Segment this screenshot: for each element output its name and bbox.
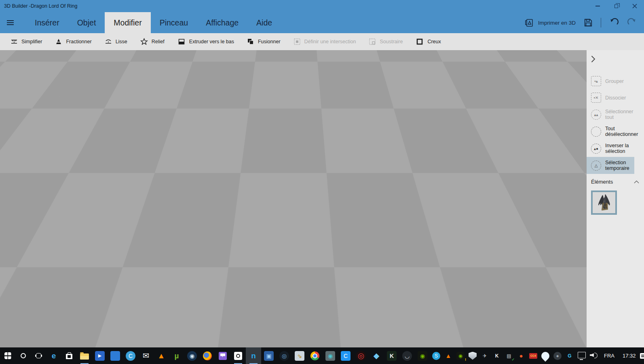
tray-nvidia-settings[interactable]: ◉! [454,347,467,364]
taskbar-spy[interactable]: ◡ [399,347,415,364]
tool-soustraire[interactable]: Soustraire [362,33,409,50]
sidebar-item-label: Tout désélectionner [605,126,642,137]
taskbar-3d-builder[interactable]: n [246,347,261,364]
tray-kservice[interactable]: K [491,347,503,364]
sidebar-item-tout-deselectionner[interactable]: Tout désélectionner [587,123,644,140]
taskbar-chrome[interactable] [307,347,323,364]
element-thumbnail-dragon[interactable] [591,190,617,215]
steam-icon: ◉ [187,351,197,361]
tab-objet[interactable]: Objet [68,12,105,33]
tool-relief[interactable]: Relief [134,33,171,50]
tool-fractionner[interactable]: Fractionner [49,33,98,50]
elements-header-label: Éléments [591,179,613,185]
nvidia-settings-icon: ◉! [456,352,465,360]
undo-button[interactable] [609,18,619,28]
tray-logitech[interactable]: G [564,347,576,364]
tray-drop[interactable] [539,347,551,364]
taskbar-photos-tile[interactable]: ▣ [261,347,277,364]
elements-section-header[interactable]: Éléments [587,174,644,189]
print-3d-button[interactable]: Imprimer en 3D [524,19,576,27]
tray-skype[interactable]: S [430,347,442,364]
rotate-mode-button[interactable] [283,298,297,313]
taskbar-mail[interactable]: ✉ [138,347,154,364]
rotate-handle[interactable] [320,215,327,226]
taskbar-3d-viewer[interactable]: ◆ [369,347,384,364]
tab-affichage[interactable]: Affichage [197,12,247,33]
tool-simplifier[interactable]: Simplifier [4,33,49,50]
tab-pinceau[interactable]: Pinceau [151,12,197,33]
scale-icon [304,301,313,311]
tool-extruder[interactable]: Extruder vers le bas [171,33,241,50]
tray-speccy[interactable]: ● [551,347,564,364]
taskbar-start[interactable] [0,347,15,364]
hamburger-menu-button[interactable] [0,12,20,33]
save-button[interactable] [584,18,593,27]
split-icon [55,38,62,45]
taskbar-steam[interactable]: ◉ [184,347,200,364]
sidebar-item-grouper[interactable]: ▪▴ Grouper [587,73,644,89]
tab-aide[interactable]: Aide [247,12,281,33]
tab-modifier[interactable]: Modifier [105,12,150,33]
redo-button[interactable] [627,18,637,28]
taskbar-movies-tv[interactable]: ▶ [92,347,108,364]
tray-ccleaner[interactable]: ● [515,347,527,364]
clock[interactable]: 17:32 [619,347,640,364]
taskbar-firefox[interactable] [200,347,215,364]
tray-defender[interactable]: ✓ [467,347,479,364]
taskbar-kicad[interactable]: K [384,347,399,364]
minimize-button[interactable] [588,0,607,12]
tool-intersection[interactable]: Définir une intersection [287,33,363,50]
tray-avast[interactable]: ▲ [442,347,454,364]
taskbar-edge[interactable]: e [46,347,61,364]
tray-airserver[interactable]: ✈ [479,347,491,364]
taskbar-file-explorer[interactable] [77,347,92,364]
camera-icon [234,352,242,360]
skype-icon: S [432,352,440,360]
language-indicator[interactable]: FRA [600,347,619,364]
tray-printer[interactable]: ▤✓ [503,347,515,364]
hollow-icon [416,38,424,45]
tray-cc4[interactable]: CC4 [527,347,539,364]
logitech-icon: G [566,352,574,360]
taskbar-atom[interactable]: ◎ [277,347,292,364]
collapse-panel-button[interactable] [591,55,644,64]
taskbar-utorrent[interactable]: µ [169,347,184,364]
tool-fusionner[interactable]: Fusionner [241,33,287,50]
close-button[interactable] [625,0,644,12]
sidebar-item-inverser-selection[interactable]: ▴● Inverser la sélection [587,140,644,157]
restore-button[interactable] [607,0,625,12]
taskbar-red-ring[interactable]: ◎ [353,347,369,364]
tab-inserer[interactable]: Insérer [26,12,68,33]
dimension-value-input[interactable]: 24,08 [267,320,283,327]
taskbar-nvidia[interactable]: ◉ [415,347,430,364]
menu-tabs: Insérer Objet Modifier Pinceau Affichage… [26,12,281,33]
undo-icon [609,18,619,28]
raise-lower-handle[interactable] [261,63,272,79]
move-x-handle[interactable] [191,170,209,180]
tray-volume[interactable] [588,347,600,364]
taskbar-cura[interactable]: C [338,347,353,364]
notification-center-button[interactable] [640,347,644,364]
tray-network[interactable] [576,347,588,364]
taskbar-store[interactable] [61,347,77,364]
dragon-model[interactable] [190,81,340,269]
tool-lisse[interactable]: Lisse [98,33,134,50]
sidebar-item-dissocier[interactable]: ▪✕ Dissocier [587,89,644,106]
kicad-icon: K [387,351,397,361]
taskbar-vlc[interactable]: ▲ [154,347,169,364]
taskbar-twitch[interactable] [215,347,230,364]
save-icon [584,18,593,27]
taskbar-task-view[interactable] [31,347,46,364]
scale-mode-button[interactable] [302,298,316,313]
tool-creux[interactable]: Creux [409,33,447,50]
taskbar-camera[interactable] [230,347,246,364]
viewport-3d[interactable]: 24,08 mm 450 mm400 mm350 mm300 mm250 mm2… [0,50,587,347]
move-mode-button[interactable] [265,298,279,313]
taskbar-obs[interactable]: ◉ [323,347,338,364]
taskbar-search[interactable] [15,347,31,364]
taskbar-converter[interactable]: C [123,347,138,364]
taskbar-photos[interactable] [108,347,123,364]
taskbar-installer[interactable]: ⇘ [292,347,307,364]
sidebar-item-selection-temporaire[interactable]: △ Sélection temporaire [587,157,634,174]
sidebar-item-selectionner-tout[interactable]: ▴▴ Sélectionner tout [587,106,644,123]
